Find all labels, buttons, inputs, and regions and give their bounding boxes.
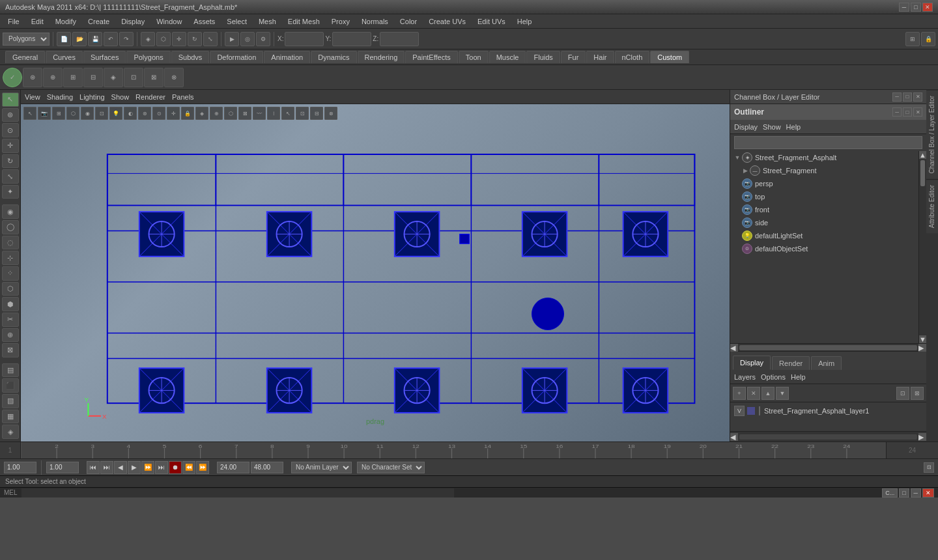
scroll-thumb[interactable] <box>920 160 925 186</box>
step-back-btn[interactable]: ⏭ <box>100 461 113 474</box>
expand-icon-1[interactable]: ▼ <box>733 153 742 162</box>
vp-wire-btn[interactable]: ⬡ <box>66 107 79 120</box>
tree-item-top[interactable]: 📷 top <box>730 190 918 203</box>
vp-shaded-btn[interactable]: ◉ <box>81 107 94 120</box>
menu-file[interactable]: File <box>3 16 25 27</box>
menu-modify[interactable]: Modify <box>50 16 81 27</box>
move-btn[interactable]: ✛ <box>2 139 19 153</box>
tree-item-street-fragment-asphalt[interactable]: ▼ ◈ Street_Fragment_Asphalt <box>730 151 918 164</box>
vp-manip-btn[interactable]: ✛ <box>167 107 180 120</box>
new-scene-button[interactable]: 📄 <box>57 32 71 46</box>
shelf-tab-general[interactable]: General <box>5 51 45 63</box>
menu-select[interactable]: Select <box>221 16 252 27</box>
joint-btn[interactable]: ⊹ <box>2 251 19 265</box>
outliner-menu-show[interactable]: Show <box>763 123 781 131</box>
shelf-tab-muscle[interactable]: Muscle <box>489 51 526 63</box>
transport-extra-btn[interactable]: ⊡ <box>924 462 934 473</box>
task-item-cmd[interactable]: C... <box>882 488 898 497</box>
mode-select[interactable]: Polygons <box>3 33 50 46</box>
menu-proxy[interactable]: Proxy <box>326 16 355 27</box>
lasso-tool[interactable]: ⬡ <box>156 32 171 46</box>
outliner-scrollbar[interactable]: ▲ ▼ <box>918 151 926 343</box>
layer-hscroll-right[interactable]: ▶ <box>918 433 926 441</box>
channel-box-tab[interactable]: Channel Box / Layer Editor <box>926 90 938 179</box>
menu-display[interactable]: Display <box>116 16 150 27</box>
shelf-icon-8[interactable]: ⊠ <box>144 68 163 87</box>
sculpt-btn[interactable]: ◯ <box>2 220 19 234</box>
shelf-tab-subdvs[interactable]: Subdvs <box>171 51 210 63</box>
shelf-tab-curves[interactable]: Curves <box>46 51 83 63</box>
scroll-up-btn[interactable]: ▲ <box>919 151 926 159</box>
menu-mesh[interactable]: Mesh <box>253 16 281 27</box>
shelf-tab-surfaces[interactable]: Surfaces <box>83 51 126 63</box>
cb-maximize-btn[interactable]: □ <box>903 92 912 102</box>
save-button[interactable]: 💾 <box>88 32 102 46</box>
vp-grid-btn[interactable]: ⊞ <box>52 107 65 120</box>
minimize-button[interactable]: ─ <box>899 3 909 12</box>
layer-opt-help[interactable]: Help <box>791 373 806 381</box>
menu-edit[interactable]: Edit <box>26 16 49 27</box>
vp-cam-btn[interactable]: 📷 <box>38 107 51 120</box>
render-layer-btn[interactable]: ▦ <box>2 410 19 424</box>
cluster-btn[interactable]: ◌ <box>2 236 19 250</box>
hscroll-right[interactable]: ▶ <box>918 344 926 352</box>
lasso-btn[interactable]: ⊙ <box>2 123 19 137</box>
vp-isolate-btn[interactable]: ⊙ <box>152 107 165 120</box>
layer-opt-options[interactable]: Options <box>761 373 786 381</box>
new-layer-btn[interactable]: + <box>733 387 746 400</box>
vp-poly-btn[interactable]: ⬡ <box>224 107 237 120</box>
vp-menu-lighting[interactable]: Lighting <box>79 93 105 101</box>
outliner-menu-help[interactable]: Help <box>786 123 801 131</box>
ik-btn[interactable]: ⁘ <box>2 266 19 281</box>
layer-tab-render[interactable]: Render <box>772 356 810 370</box>
shelf-tab-fur[interactable]: Fur <box>561 51 586 63</box>
z-field[interactable] <box>380 32 419 46</box>
play-fwd-btn[interactable]: ▶ <box>128 461 141 474</box>
outliner-maximize[interactable]: □ <box>903 107 912 117</box>
end-frame-input[interactable] <box>217 462 249 473</box>
ipr-button[interactable]: ◎ <box>240 32 255 46</box>
outliner-menu-display[interactable]: Display <box>734 123 758 131</box>
shelf-tab-animation[interactable]: Animation <box>264 51 310 63</box>
scroll-down-btn[interactable]: ▼ <box>919 335 926 343</box>
layer-btn[interactable]: ▤ <box>2 363 19 378</box>
vp-deform-btn[interactable]: ◈ <box>195 107 208 120</box>
extrude-btn[interactable]: ⊠ <box>2 343 19 357</box>
layer-extra-1[interactable]: ⊡ <box>896 387 909 400</box>
layer-extra-2[interactable]: ⊠ <box>911 387 924 400</box>
vp-menu-renderer[interactable]: Renderer <box>135 93 165 101</box>
vp-menu-view[interactable]: View <box>25 93 40 101</box>
shelf-tab-deformation[interactable]: Deformation <box>210 51 263 63</box>
shelf-icon-1[interactable]: ✓ <box>3 68 22 87</box>
vp-texture-btn[interactable]: ⊡ <box>95 107 108 120</box>
paint-btn[interactable]: ⬛ <box>2 378 19 393</box>
vp-hair-btn[interactable]: ⁞ <box>267 107 280 120</box>
render-settings[interactable]: ⚙ <box>256 32 270 46</box>
tree-item-lightset[interactable]: 💡 defaultLightSet <box>730 229 918 242</box>
outliner-search[interactable] <box>734 136 922 149</box>
step-fwd-btn[interactable]: ⏩ <box>141 461 154 474</box>
layer-opt-layers[interactable]: Layers <box>734 373 756 381</box>
rotate-btn[interactable]: ↻ <box>2 154 19 169</box>
shelf-icon-7[interactable]: ⊡ <box>124 68 143 87</box>
outliner-close[interactable]: ✕ <box>913 107 922 117</box>
hscroll-thumb[interactable] <box>739 345 917 350</box>
mel-input[interactable] <box>21 488 455 497</box>
next-key-btn[interactable]: ⏩ <box>196 461 209 474</box>
shelf-tab-polygons[interactable]: Polygons <box>126 51 170 63</box>
vp-menu-shading[interactable]: Shading <box>47 93 73 101</box>
menu-assets[interactable]: Assets <box>188 16 220 27</box>
menu-window[interactable]: Window <box>151 16 187 27</box>
shelf-tab-ncloth[interactable]: nCloth <box>615 51 650 63</box>
attribute-editor-tab[interactable]: Attribute Editor <box>926 179 938 233</box>
layer-tab-anim[interactable]: Anim <box>811 356 842 370</box>
display-layer-btn[interactable]: ▧ <box>2 394 19 408</box>
shelf-icon-4[interactable]: ⊞ <box>63 68 83 87</box>
key-all-btn[interactable]: ⏺ <box>169 461 182 474</box>
grid-button[interactable]: ⊞ <box>905 32 920 46</box>
create-poly-btn[interactable]: ⬡ <box>2 282 19 296</box>
tree-item-side[interactable]: 📷 side <box>730 216 918 229</box>
vp-multi-btn[interactable]: ⊟ <box>310 107 323 120</box>
tree-item-street-fragment[interactable]: ▶ — Street_Fragment <box>730 164 918 177</box>
vp-extra-btn[interactable]: ⊗ <box>324 107 337 120</box>
